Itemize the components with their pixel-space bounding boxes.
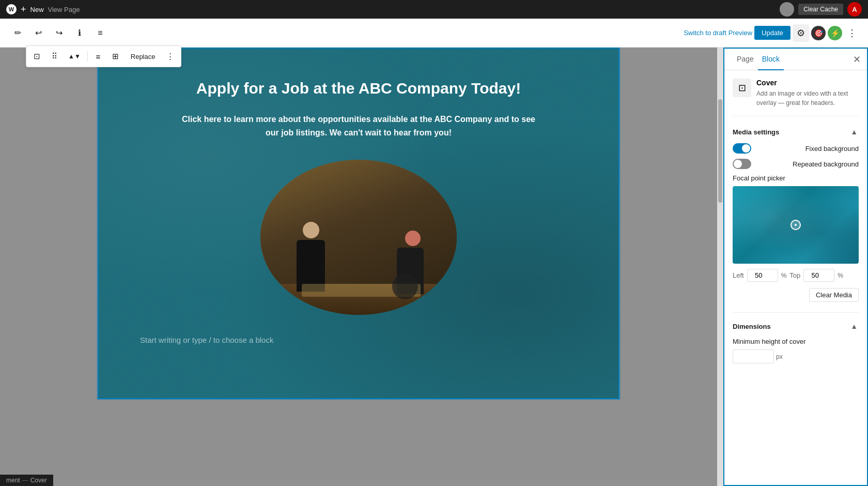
panel-scrollbar[interactable] — [717, 48, 723, 486]
plugin-icon-1: 🎯 — [811, 26, 826, 40]
main-area: Apply for a Job at the ABC Company Today… — [0, 48, 868, 486]
toolbar-divider — [87, 51, 88, 62]
toolbar: ✏ ↩ ↪ ℹ ≡ Switch to draft Preview Update… — [0, 19, 868, 48]
focal-point-picker[interactable] — [733, 186, 859, 264]
right-panel: Page Block ✕ ⊡ Cover Add an image or vid… — [723, 48, 868, 486]
focal-inputs: Left % Top % — [733, 269, 859, 282]
block-toolbar: ⊡ ⠿ ▲▼ ≡ ⊞ Replace ⋮ — [26, 45, 181, 67]
block-type-button[interactable]: ⊡ — [28, 48, 45, 65]
repeated-background-toggle[interactable] — [733, 159, 751, 169]
dimensions-section: Dimensions ▲ Minimum height of cover px — [733, 312, 859, 363]
scrollbar-thumb[interactable] — [718, 99, 722, 203]
plugin-icon-2: ⚡ — [828, 26, 842, 40]
new-label: New — [30, 6, 44, 13]
top-percent: % — [838, 272, 843, 279]
repeated-background-label: Repeated background — [793, 160, 859, 168]
clear-cache-button[interactable]: Clear Cache — [798, 4, 843, 15]
tab-block[interactable]: Block — [758, 49, 784, 70]
left-percent: % — [781, 272, 787, 279]
media-settings-title: Media settings — [733, 128, 779, 136]
more-block-options[interactable]: ⋮ — [162, 48, 179, 65]
fixed-background-label: Fixed background — [805, 145, 859, 153]
plugin-icons: 🎯 ⚡ — [811, 26, 842, 40]
info-button[interactable]: ℹ — [70, 24, 89, 42]
tab-page[interactable]: Page — [733, 49, 758, 70]
switch-to-draft-button[interactable]: Switch to draft — [684, 29, 726, 37]
min-height-label: Minimum height of cover — [733, 338, 859, 345]
more-options-button[interactable]: ⋮ — [844, 24, 860, 42]
canvas: Apply for a Job at the ABC Company Today… — [0, 48, 717, 486]
list-view-button[interactable]: ≡ — [91, 24, 110, 42]
cover-block-title: Cover — [756, 79, 859, 87]
media-settings-section: Media settings ▲ Fixed background Repeat… — [733, 127, 859, 310]
min-height-input-row: px — [733, 350, 859, 363]
fixed-background-toggle[interactable] — [733, 143, 751, 154]
cover-title: Apply for a Job at the ABC Company Today… — [196, 80, 521, 97]
breadcrumb-segment1: ment — [6, 477, 20, 484]
min-height-input[interactable] — [733, 350, 774, 363]
wp-logo: W — [6, 4, 17, 14]
focal-point-label: Focal point picker — [733, 174, 859, 182]
cover-block-icon: ⊡ — [733, 79, 751, 97]
cover-block-text: Cover Add an image or video with a text … — [756, 79, 859, 108]
settings-button[interactable]: ⚙ — [793, 24, 809, 42]
cover-image — [260, 160, 457, 315]
breadcrumb: ment — Cover — [0, 475, 53, 486]
undo-button[interactable]: ↩ — [29, 24, 48, 42]
breadcrumb-segment2: Cover — [30, 477, 47, 484]
replace-button[interactable]: Replace — [125, 48, 161, 65]
cover-subtitle: Click here to learn more about the oppor… — [178, 113, 539, 139]
fixed-background-row: Fixed background — [733, 143, 859, 154]
add-button[interactable]: + — [21, 4, 26, 15]
user-icon: A — [847, 2, 862, 17]
topbar: W + New View Page Clear Cache A — [0, 0, 868, 19]
drag-handle[interactable]: ⠿ — [46, 48, 63, 65]
cover-block[interactable]: Apply for a Job at the ABC Company Today… — [98, 48, 619, 399]
panel-tabs: Page Block ✕ — [724, 49, 867, 70]
breadcrumb-separator: — — [22, 477, 28, 484]
update-button[interactable]: Update — [754, 26, 791, 40]
avatar — [780, 2, 794, 17]
start-writing-hint: Start writing or type / to choose a bloc… — [140, 336, 273, 344]
dimensions-title: Dimensions — [733, 323, 771, 330]
repeated-background-row: Repeated background — [733, 159, 859, 169]
grid-button[interactable]: ⊞ — [107, 48, 124, 65]
align-button[interactable]: ≡ — [90, 48, 106, 65]
redo-button[interactable]: ↪ — [50, 24, 68, 42]
edit-button[interactable]: ✏ — [8, 24, 27, 42]
media-settings-collapse[interactable]: ▲ — [849, 127, 859, 137]
left-label: Left — [733, 271, 744, 279]
top-input[interactable] — [803, 269, 834, 282]
dimensions-header: Dimensions ▲ — [733, 321, 859, 331]
panel-close-button[interactable]: ✕ — [851, 52, 863, 67]
media-settings-header: Media settings ▲ — [733, 127, 859, 137]
dimensions-collapse[interactable]: ▲ — [849, 321, 859, 331]
cover-block-info: ⊡ Cover Add an image or video with a tex… — [733, 79, 859, 116]
focal-point-handle[interactable] — [791, 220, 801, 230]
cover-block-description: Add an image or video with a text overla… — [756, 89, 859, 108]
top-label: Top — [789, 271, 800, 279]
panel-content: ⊡ Cover Add an image or video with a tex… — [724, 70, 867, 485]
preview-button[interactable]: Preview — [729, 29, 752, 37]
left-input[interactable] — [747, 269, 778, 282]
view-page-link[interactable]: View Page — [48, 6, 80, 13]
unit-label: px — [776, 353, 783, 360]
move-up-down-button[interactable]: ▲▼ — [64, 48, 85, 65]
clear-media-container: Clear Media — [733, 288, 859, 310]
clear-media-button[interactable]: Clear Media — [809, 288, 859, 302]
